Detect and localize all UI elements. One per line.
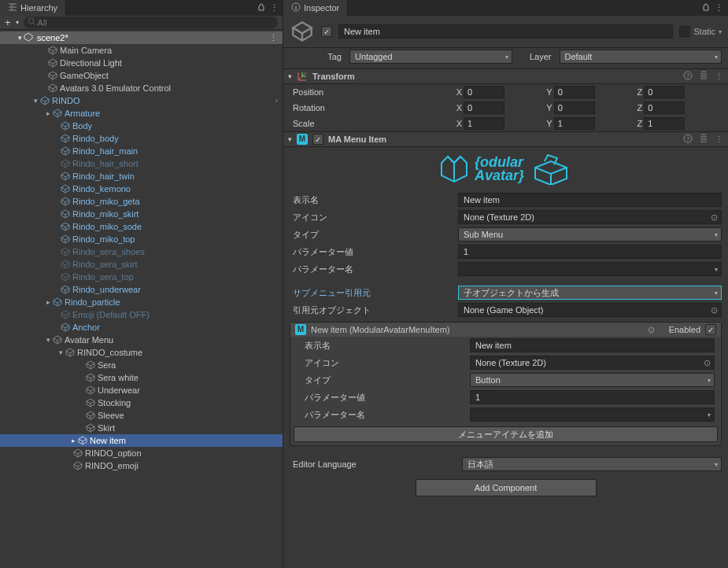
tree-item[interactable]: Rindo_miko_skirt — [0, 208, 283, 220]
tree-item[interactable]: Rindo_hair_twin — [0, 170, 283, 183]
tree-item[interactable]: Stocking — [0, 396, 283, 409]
scene-row[interactable]: ▾ scene2* ⋮ — [0, 31, 283, 44]
kebab-icon[interactable]: ⋮ — [715, 72, 723, 82]
child-display-name-input[interactable] — [470, 338, 715, 352]
inspector-tab[interactable]: Inspector — [283, 0, 348, 16]
icon-field[interactable]: None (Texture 2D)⊙ — [458, 210, 722, 224]
cube-icon — [60, 310, 71, 319]
child-type-dropdown[interactable]: Button▾ — [470, 373, 715, 387]
cube-icon — [60, 222, 71, 231]
tree-item[interactable]: Emoji (Default OFF) — [0, 308, 283, 321]
tree-item[interactable]: Rindo_sera_top — [0, 271, 283, 283]
display-name-input[interactable] — [458, 193, 722, 207]
tree-item[interactable]: ▾RINDO› — [0, 94, 283, 107]
tree-item[interactable]: RINDO_emoji — [0, 459, 283, 472]
layer-dropdown[interactable]: Default▾ — [560, 50, 722, 64]
fold-icon[interactable]: ▾ — [288, 135, 292, 143]
param-name-dropdown[interactable]: ▾ — [458, 262, 722, 276]
active-checkbox[interactable]: ✓ — [321, 26, 332, 37]
rotation-x-input[interactable] — [464, 101, 504, 114]
tree-item[interactable]: ▸Armature — [0, 107, 283, 120]
help-icon[interactable]: ? — [683, 134, 693, 145]
scale-x-input[interactable] — [464, 117, 504, 130]
object-picker-icon[interactable]: ⊙ — [711, 305, 718, 315]
child-param-value-input[interactable] — [470, 390, 715, 404]
tree-item[interactable]: Rindo_hair_main — [0, 145, 283, 157]
add-component-button[interactable]: Add Component — [416, 479, 597, 496]
static-dropdown-icon[interactable]: ▾ — [719, 28, 722, 35]
object-name-input[interactable] — [338, 24, 673, 39]
svg-point-0 — [28, 18, 34, 24]
source-object-field[interactable]: None (Game Object)⊙ — [458, 303, 722, 317]
tree-item[interactable]: Sera white — [0, 371, 283, 384]
tree-item[interactable]: Rindo_hair_short — [0, 157, 283, 170]
position-y-input[interactable] — [554, 86, 595, 98]
type-dropdown[interactable]: Sub Menu▾ — [458, 227, 722, 242]
tree-item[interactable]: Sleeve — [0, 409, 283, 422]
kebab-icon[interactable]: ⋮ — [715, 3, 723, 13]
tree-item[interactable]: Main Camera — [0, 44, 283, 57]
object-picker-icon[interactable]: ⊙ — [648, 325, 655, 335]
preset-icon[interactable] — [699, 71, 708, 82]
static-checkbox[interactable] — [679, 26, 690, 37]
kebab-icon[interactable]: ⋮ — [270, 3, 278, 13]
object-picker-icon[interactable]: ⊙ — [711, 212, 718, 223]
tree-item[interactable]: Anchor — [0, 321, 283, 334]
tree-item[interactable]: Avatars 3.0 Emulator Control — [0, 82, 283, 94]
tree-item[interactable]: ▾RINDO_costume — [0, 346, 283, 359]
hierarchy-tab[interactable]: Hierarchy — [0, 0, 66, 16]
component-enabled-checkbox[interactable]: ✓ — [312, 134, 323, 145]
kebab-icon[interactable]: ⋮ — [715, 135, 723, 145]
rotation-y-input[interactable] — [554, 101, 595, 114]
child-header[interactable]: M New item (ModularAvatarMenuItem) ⊙ Ena… — [290, 323, 721, 337]
svg-marker-37 — [293, 22, 311, 33]
inspector-tab-bar: Inspector ⋮ — [283, 0, 728, 16]
tree-item[interactable]: Skirt — [0, 422, 283, 434]
tree-item[interactable]: GameObject — [0, 69, 283, 82]
lock-icon[interactable] — [257, 3, 265, 13]
position-z-input[interactable] — [644, 86, 685, 98]
ma-menu-item-header[interactable]: ▾ M ✓ MA Menu Item ? ⋮ — [283, 131, 728, 147]
scene-kebab-icon[interactable]: ⋮ — [269, 33, 278, 43]
fold-icon[interactable]: ▾ — [288, 72, 292, 80]
tree-item-selected[interactable]: ▸New item — [0, 434, 283, 447]
transform-header[interactable]: ▾ Transform ? ⋮ — [283, 68, 728, 84]
scale-y-input[interactable] — [554, 117, 595, 130]
lock-icon[interactable] — [702, 3, 710, 13]
object-picker-icon[interactable]: ⊙ — [704, 358, 711, 368]
tree-item[interactable]: ▸Rindo_particle — [0, 296, 283, 308]
add-menu-item-button[interactable]: メニューアイテムを追加 — [294, 426, 718, 442]
tree-item[interactable]: Rindo_kemono — [0, 183, 283, 195]
tree-item[interactable]: RINDO_option — [0, 447, 283, 459]
hierarchy-search-input[interactable] — [24, 17, 278, 28]
tree-item[interactable]: Sera — [0, 359, 283, 371]
child-param-name-dropdown[interactable]: ▾ — [470, 408, 715, 422]
help-icon[interactable]: ? — [683, 71, 693, 82]
gameobject-icon[interactable] — [290, 19, 315, 44]
param-value-input[interactable] — [458, 245, 722, 259]
chevron-right-icon[interactable]: › — [275, 97, 278, 105]
tree-item[interactable]: Rindo_miko_sode — [0, 220, 283, 233]
tree-item[interactable]: Rindo_miko_top — [0, 233, 283, 245]
dropdown-caret-icon[interactable]: ▾ — [16, 19, 19, 26]
hierarchy-icon — [8, 2, 17, 13]
tree-item[interactable]: Underwear — [0, 384, 283, 396]
tree-item[interactable]: Directional Light — [0, 57, 283, 69]
tree-item[interactable]: Rindo_miko_geta — [0, 195, 283, 208]
preset-icon[interactable] — [699, 134, 708, 145]
tree-item[interactable]: Rindo_underwear — [0, 283, 283, 296]
submenu-source-dropdown[interactable]: 子オブジェクトから生成▾ — [458, 286, 722, 300]
tree-item[interactable]: Body — [0, 120, 283, 132]
tree-item[interactable]: Rindo_sera_skirt — [0, 258, 283, 271]
tree-item[interactable]: Rindo_sera_shoes — [0, 245, 283, 258]
position-x-input[interactable] — [464, 86, 504, 98]
tag-dropdown[interactable]: Untagged▾ — [349, 50, 512, 64]
tree-item[interactable]: Rindo_body — [0, 132, 283, 145]
rotation-z-input[interactable] — [644, 101, 685, 114]
tree-item[interactable]: ▾Avatar Menu — [0, 334, 283, 346]
child-icon-field[interactable]: None (Texture 2D)⊙ — [470, 356, 715, 370]
scale-z-input[interactable] — [644, 117, 685, 130]
add-icon[interactable]: + — [5, 17, 11, 28]
enabled-checkbox[interactable]: ✓ — [705, 324, 716, 335]
editor-language-dropdown[interactable]: 日本語▾ — [462, 457, 722, 471]
